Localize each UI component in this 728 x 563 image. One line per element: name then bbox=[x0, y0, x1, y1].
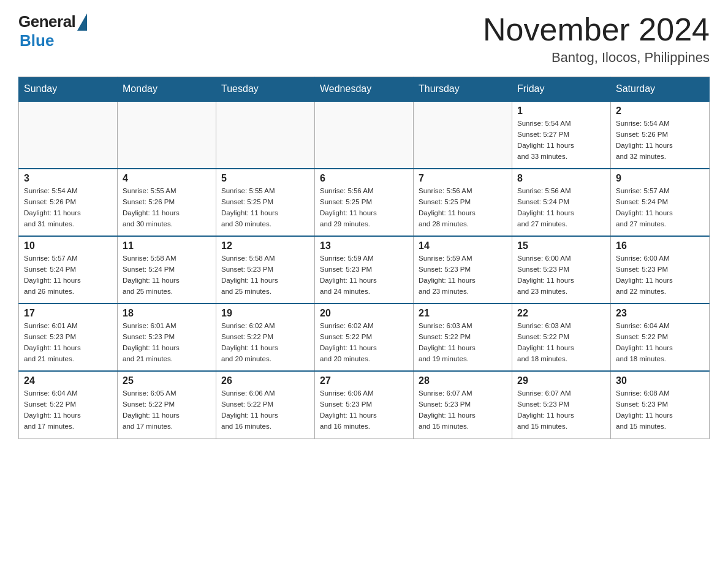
day-info: Sunrise: 5:56 AM Sunset: 5:24 PM Dayligh… bbox=[517, 186, 605, 229]
day-info: Sunrise: 6:01 AM Sunset: 5:23 PM Dayligh… bbox=[123, 321, 211, 364]
days-header-row: SundayMondayTuesdayWednesdayThursdayFrid… bbox=[19, 77, 710, 102]
day-info: Sunrise: 6:01 AM Sunset: 5:23 PM Dayligh… bbox=[24, 321, 112, 364]
calendar-day-cell: 14Sunrise: 5:59 AM Sunset: 5:23 PM Dayli… bbox=[414, 236, 512, 304]
logo-general-text: General bbox=[18, 12, 75, 31]
calendar-day-cell bbox=[414, 101, 512, 169]
day-info: Sunrise: 6:02 AM Sunset: 5:22 PM Dayligh… bbox=[221, 321, 309, 364]
day-info: Sunrise: 6:03 AM Sunset: 5:22 PM Dayligh… bbox=[517, 321, 605, 364]
day-info: Sunrise: 6:04 AM Sunset: 5:22 PM Dayligh… bbox=[616, 321, 704, 364]
calendar-day-cell: 17Sunrise: 6:01 AM Sunset: 5:23 PM Dayli… bbox=[19, 304, 118, 371]
day-number: 28 bbox=[419, 375, 507, 386]
day-number: 19 bbox=[221, 308, 309, 319]
day-number: 24 bbox=[24, 375, 112, 386]
day-number: 14 bbox=[419, 240, 507, 251]
day-number: 11 bbox=[123, 240, 211, 251]
logo: General Blue bbox=[18, 12, 87, 50]
day-number: 20 bbox=[320, 308, 408, 319]
calendar-body: 1Sunrise: 5:54 AM Sunset: 5:27 PM Daylig… bbox=[19, 101, 710, 439]
day-info: Sunrise: 5:58 AM Sunset: 5:23 PM Dayligh… bbox=[221, 253, 309, 297]
day-info: Sunrise: 6:07 AM Sunset: 5:23 PM Dayligh… bbox=[517, 388, 605, 432]
calendar-week-row: 1Sunrise: 5:54 AM Sunset: 5:27 PM Daylig… bbox=[19, 101, 710, 169]
calendar-day-cell: 25Sunrise: 6:05 AM Sunset: 5:22 PM Dayli… bbox=[118, 371, 216, 439]
day-info: Sunrise: 5:59 AM Sunset: 5:23 PM Dayligh… bbox=[320, 253, 408, 297]
day-info: Sunrise: 6:03 AM Sunset: 5:22 PM Dayligh… bbox=[419, 321, 507, 364]
day-info: Sunrise: 5:56 AM Sunset: 5:25 PM Dayligh… bbox=[320, 186, 408, 229]
day-number: 9 bbox=[616, 173, 704, 184]
day-info: Sunrise: 6:00 AM Sunset: 5:23 PM Dayligh… bbox=[517, 253, 605, 297]
day-number: 6 bbox=[320, 173, 408, 184]
page-header: General Blue November 2024 Bantog, Iloco… bbox=[18, 12, 710, 66]
day-info: Sunrise: 5:58 AM Sunset: 5:24 PM Dayligh… bbox=[123, 253, 211, 297]
day-info: Sunrise: 6:08 AM Sunset: 5:23 PM Dayligh… bbox=[616, 388, 704, 432]
calendar-day-cell: 27Sunrise: 6:06 AM Sunset: 5:23 PM Dayli… bbox=[315, 371, 414, 439]
calendar-day-cell: 29Sunrise: 6:07 AM Sunset: 5:23 PM Dayli… bbox=[512, 371, 611, 439]
calendar-day-cell: 19Sunrise: 6:02 AM Sunset: 5:22 PM Dayli… bbox=[216, 304, 315, 371]
day-number: 18 bbox=[123, 308, 211, 319]
day-number: 1 bbox=[517, 105, 605, 117]
day-number: 29 bbox=[517, 375, 605, 386]
calendar-week-row: 3Sunrise: 5:54 AM Sunset: 5:26 PM Daylig… bbox=[19, 169, 710, 236]
day-info: Sunrise: 6:00 AM Sunset: 5:23 PM Dayligh… bbox=[616, 253, 704, 297]
day-number: 2 bbox=[616, 105, 704, 117]
calendar-header: SundayMondayTuesdayWednesdayThursdayFrid… bbox=[19, 77, 710, 102]
calendar-day-cell: 22Sunrise: 6:03 AM Sunset: 5:22 PM Dayli… bbox=[512, 304, 611, 371]
calendar-day-cell: 10Sunrise: 5:57 AM Sunset: 5:24 PM Dayli… bbox=[19, 236, 118, 304]
calendar-week-row: 10Sunrise: 5:57 AM Sunset: 5:24 PM Dayli… bbox=[19, 236, 710, 304]
day-info: Sunrise: 5:54 AM Sunset: 5:27 PM Dayligh… bbox=[517, 118, 605, 162]
calendar-day-cell: 1Sunrise: 5:54 AM Sunset: 5:27 PM Daylig… bbox=[512, 101, 611, 169]
calendar-day-cell: 7Sunrise: 5:56 AM Sunset: 5:25 PM Daylig… bbox=[414, 169, 512, 236]
day-number: 4 bbox=[123, 173, 211, 184]
calendar-week-row: 24Sunrise: 6:04 AM Sunset: 5:22 PM Dayli… bbox=[19, 371, 710, 439]
calendar-day-cell bbox=[19, 101, 118, 169]
day-number: 27 bbox=[320, 375, 408, 386]
calendar-day-cell: 8Sunrise: 5:56 AM Sunset: 5:24 PM Daylig… bbox=[512, 169, 611, 236]
calendar-day-cell: 12Sunrise: 5:58 AM Sunset: 5:23 PM Dayli… bbox=[216, 236, 315, 304]
day-info: Sunrise: 5:57 AM Sunset: 5:24 PM Dayligh… bbox=[24, 253, 112, 297]
logo-blue-text: Blue bbox=[20, 31, 54, 50]
calendar-day-cell: 16Sunrise: 6:00 AM Sunset: 5:23 PM Dayli… bbox=[611, 236, 710, 304]
title-section: November 2024 Bantog, Ilocos, Philippine… bbox=[483, 12, 710, 66]
day-number: 17 bbox=[24, 308, 112, 319]
calendar-day-cell bbox=[315, 101, 414, 169]
calendar-day-cell: 13Sunrise: 5:59 AM Sunset: 5:23 PM Dayli… bbox=[315, 236, 414, 304]
day-of-week-header: Monday bbox=[118, 77, 216, 102]
day-info: Sunrise: 6:07 AM Sunset: 5:23 PM Dayligh… bbox=[419, 388, 507, 432]
day-info: Sunrise: 6:02 AM Sunset: 5:22 PM Dayligh… bbox=[320, 321, 408, 364]
day-of-week-header: Thursday bbox=[414, 77, 512, 102]
day-info: Sunrise: 5:55 AM Sunset: 5:26 PM Dayligh… bbox=[123, 186, 211, 229]
day-of-week-header: Tuesday bbox=[216, 77, 315, 102]
calendar-day-cell: 9Sunrise: 5:57 AM Sunset: 5:24 PM Daylig… bbox=[611, 169, 710, 236]
day-of-week-header: Friday bbox=[512, 77, 611, 102]
calendar-day-cell: 11Sunrise: 5:58 AM Sunset: 5:24 PM Dayli… bbox=[118, 236, 216, 304]
day-number: 8 bbox=[517, 173, 605, 184]
location-title: Bantog, Ilocos, Philippines bbox=[483, 50, 710, 66]
day-number: 21 bbox=[419, 308, 507, 319]
day-of-week-header: Sunday bbox=[19, 77, 118, 102]
day-number: 30 bbox=[616, 375, 704, 386]
calendar-day-cell: 20Sunrise: 6:02 AM Sunset: 5:22 PM Dayli… bbox=[315, 304, 414, 371]
calendar-day-cell: 6Sunrise: 5:56 AM Sunset: 5:25 PM Daylig… bbox=[315, 169, 414, 236]
day-info: Sunrise: 5:59 AM Sunset: 5:23 PM Dayligh… bbox=[419, 253, 507, 297]
calendar-day-cell: 23Sunrise: 6:04 AM Sunset: 5:22 PM Dayli… bbox=[611, 304, 710, 371]
calendar-day-cell: 4Sunrise: 5:55 AM Sunset: 5:26 PM Daylig… bbox=[118, 169, 216, 236]
day-info: Sunrise: 5:55 AM Sunset: 5:25 PM Dayligh… bbox=[221, 186, 309, 229]
day-info: Sunrise: 6:04 AM Sunset: 5:22 PM Dayligh… bbox=[24, 388, 112, 432]
day-info: Sunrise: 5:54 AM Sunset: 5:26 PM Dayligh… bbox=[616, 118, 704, 162]
day-number: 12 bbox=[221, 240, 309, 251]
day-of-week-header: Saturday bbox=[611, 77, 710, 102]
calendar-day-cell: 3Sunrise: 5:54 AM Sunset: 5:26 PM Daylig… bbox=[19, 169, 118, 236]
month-title: November 2024 bbox=[483, 12, 710, 47]
calendar-day-cell: 18Sunrise: 6:01 AM Sunset: 5:23 PM Dayli… bbox=[118, 304, 216, 371]
day-number: 16 bbox=[616, 240, 704, 251]
day-number: 5 bbox=[221, 173, 309, 184]
day-number: 23 bbox=[616, 308, 704, 319]
day-number: 13 bbox=[320, 240, 408, 251]
calendar-day-cell: 24Sunrise: 6:04 AM Sunset: 5:22 PM Dayli… bbox=[19, 371, 118, 439]
calendar-week-row: 17Sunrise: 6:01 AM Sunset: 5:23 PM Dayli… bbox=[19, 304, 710, 371]
day-info: Sunrise: 6:06 AM Sunset: 5:23 PM Dayligh… bbox=[320, 388, 408, 432]
day-number: 7 bbox=[419, 173, 507, 184]
day-number: 25 bbox=[123, 375, 211, 386]
calendar-day-cell: 28Sunrise: 6:07 AM Sunset: 5:23 PM Dayli… bbox=[414, 371, 512, 439]
calendar-day-cell: 30Sunrise: 6:08 AM Sunset: 5:23 PM Dayli… bbox=[611, 371, 710, 439]
logo-arrow-icon bbox=[77, 13, 87, 31]
